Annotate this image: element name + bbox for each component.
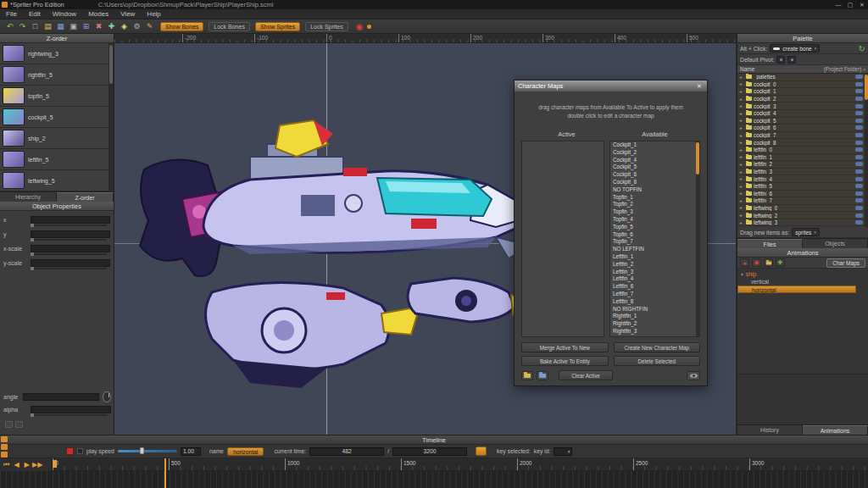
menu-item[interactable]: Modes xyxy=(82,10,114,18)
timeline-tool-button[interactable] xyxy=(1,444,8,450)
tab-animations[interactable]: Animations xyxy=(803,425,868,435)
zorder-item[interactable]: leftfin_5 xyxy=(0,149,114,170)
file-tree-item[interactable]: ▸ leftwing_0 xyxy=(737,205,868,213)
add-animation-icon[interactable]: ✚ xyxy=(776,258,785,267)
expand-arrow-icon[interactable]: ▸ xyxy=(740,125,744,130)
slider-handle[interactable] xyxy=(31,238,34,241)
file-tree-item[interactable]: ▸ cockpit_5 xyxy=(737,118,868,125)
zorder-item[interactable]: rightfin_5 xyxy=(0,64,114,86)
file-tree-item[interactable]: ▸ cockpit_4 xyxy=(737,110,868,118)
angle-dial[interactable] xyxy=(103,391,111,402)
toolbar-icon[interactable]: ↷ xyxy=(17,21,28,32)
dialog-close-button[interactable]: ✕ xyxy=(695,83,704,90)
animation-name-chip[interactable]: horizontal xyxy=(227,447,264,456)
expand-arrow-icon[interactable]: ▸ xyxy=(740,176,744,181)
prop-option-button[interactable] xyxy=(15,421,23,428)
clear-active-button[interactable]: Clear Active xyxy=(559,370,613,380)
character-map-item[interactable]: Topfin_4 xyxy=(610,216,699,224)
file-tree-item[interactable]: ▸ leftwing_2 xyxy=(737,212,868,219)
character-map-item[interactable]: Rightfin_3 xyxy=(610,328,699,336)
menu-item[interactable]: Window xyxy=(47,10,82,18)
file-tree-item[interactable]: ▸ leftfin_2 xyxy=(737,161,868,169)
file-tree-item[interactable]: ▸ cockpit_1 xyxy=(737,88,868,96)
expand-arrow-icon[interactable]: ▸ xyxy=(740,75,744,80)
character-map-item[interactable]: NO TOPFIN xyxy=(610,186,699,194)
expand-arrow-icon[interactable]: ▸ xyxy=(740,81,744,86)
animation-item-vertical[interactable]: vertical xyxy=(737,278,868,286)
character-map-item[interactable]: Leftfin_6 xyxy=(610,283,699,291)
toolbar-icon[interactable]: ✖ xyxy=(93,21,104,32)
file-tree-item[interactable]: ▸ leftfin_7 xyxy=(737,197,868,205)
character-map-item[interactable]: Topfin_7 xyxy=(610,238,699,246)
scrollbar-thumb[interactable] xyxy=(865,75,868,100)
total-time-input[interactable] xyxy=(392,447,467,456)
expand-arrow-icon[interactable]: ▸ xyxy=(740,103,744,108)
toolbar-icon[interactable]: ◈ xyxy=(119,21,130,32)
merge-active-button[interactable]: Merge Active To New xyxy=(521,342,609,352)
expand-arrow-icon[interactable]: ▸ xyxy=(740,162,744,167)
expand-arrow-icon[interactable]: ▸ xyxy=(740,147,744,152)
character-map-item[interactable]: Leftfin_2 xyxy=(610,261,699,269)
slider-handle[interactable] xyxy=(140,447,144,454)
timeline-ruler[interactable]: 050010001500200025003000 xyxy=(0,458,868,471)
file-tree-item[interactable]: ▸ cockpit_0 xyxy=(737,81,868,89)
play-button[interactable]: ▶ xyxy=(22,461,31,469)
new-folder-icon[interactable] xyxy=(764,258,773,267)
character-map-item[interactable]: Leftfin_3 xyxy=(610,269,699,276)
toolbar-icon[interactable]: □ xyxy=(30,21,41,32)
animation-item-horizontal[interactable]: horizontal xyxy=(737,286,856,293)
drag-items-dropdown[interactable]: sprites ▾ xyxy=(792,228,820,236)
character-map-item[interactable]: Topfin_6 xyxy=(610,231,699,239)
property-slider[interactable] xyxy=(31,268,107,269)
expand-arrow-icon[interactable]: ▸ xyxy=(740,140,744,145)
expand-arrow-icon[interactable]: ▾ xyxy=(741,272,743,277)
toolbar-icon[interactable]: ✎ xyxy=(144,21,155,32)
show-bones-button[interactable]: Show Bones xyxy=(160,22,203,31)
show-sprites-button[interactable]: Show Sprites xyxy=(255,22,300,31)
file-tree-item[interactable]: ▸ leftfin_3 xyxy=(737,169,868,176)
expand-arrow-icon[interactable]: ▸ xyxy=(740,97,744,102)
file-tree-item[interactable]: ▸ cockpit_7 xyxy=(737,132,868,140)
expand-arrow-icon[interactable]: ▸ xyxy=(740,213,744,218)
prev-frame-button[interactable]: ◀ xyxy=(12,461,21,469)
menu-item[interactable]: File xyxy=(0,10,23,18)
lock-bones-button[interactable]: Lock Bones xyxy=(209,22,250,31)
toolbar-icon[interactable]: ↶ xyxy=(4,21,15,32)
alpha-slider[interactable] xyxy=(31,414,108,416)
zorder-item[interactable]: leftwing_5 xyxy=(0,170,114,191)
file-tree-item[interactable]: ▸ leftfin_6 xyxy=(737,191,868,198)
record-button[interactable] xyxy=(66,447,74,455)
expand-arrow-icon[interactable]: ▸ xyxy=(740,169,744,175)
character-map-item[interactable]: Topfin_3 xyxy=(610,208,699,216)
zorder-item[interactable]: ship_2 xyxy=(0,128,114,149)
expand-arrow-icon[interactable]: ▸ xyxy=(740,184,744,189)
lock-sprites-button[interactable]: Lock Sprites xyxy=(305,22,348,31)
current-time-input[interactable] xyxy=(309,447,384,456)
expand-arrow-icon[interactable]: ▸ xyxy=(740,133,744,138)
record-icon[interactable]: ◆ xyxy=(752,258,761,267)
character-map-item[interactable]: Leftfin_8 xyxy=(610,298,699,306)
timeline-tool-button[interactable] xyxy=(1,436,8,442)
minimize-button[interactable]: — xyxy=(832,2,844,8)
file-tree-item[interactable]: ▸ cockpit_3 xyxy=(737,103,868,110)
name-column-header[interactable]: Name xyxy=(740,66,754,72)
file-tree-item[interactable]: ▸ leftwing_3 xyxy=(737,219,868,227)
bone-lock-icon[interactable]: ◉ xyxy=(356,22,364,31)
dialog-titlebar[interactable]: Character Maps ✕ xyxy=(515,80,707,92)
available-scrollbar[interactable] xyxy=(696,141,699,336)
tree-scrollbar[interactable] xyxy=(865,74,868,227)
scrollbar-thumb[interactable] xyxy=(696,142,699,175)
entity-item[interactable]: ▾ ship xyxy=(737,270,868,278)
available-maps-list[interactable]: Cockpit_1Cockpit_2Cockpit_4Cockpit_5Cock… xyxy=(609,141,700,337)
character-map-item[interactable]: Cockpit_2 xyxy=(610,149,699,157)
property-input[interactable] xyxy=(31,245,110,252)
toolbar-icon[interactable]: ✚ xyxy=(106,21,117,32)
expand-arrow-icon[interactable]: ▸ xyxy=(740,191,744,196)
preview-toggle-button[interactable] xyxy=(687,371,700,380)
load-maps-button[interactable] xyxy=(537,371,548,380)
next-frame-button[interactable]: ▶▶ xyxy=(32,461,42,469)
character-map-item[interactable]: Topfin_1 xyxy=(610,194,699,202)
save-maps-button[interactable] xyxy=(521,371,533,380)
playhead[interactable] xyxy=(164,458,166,488)
file-tree-item[interactable]: ▸ leftfin_1 xyxy=(737,154,868,162)
